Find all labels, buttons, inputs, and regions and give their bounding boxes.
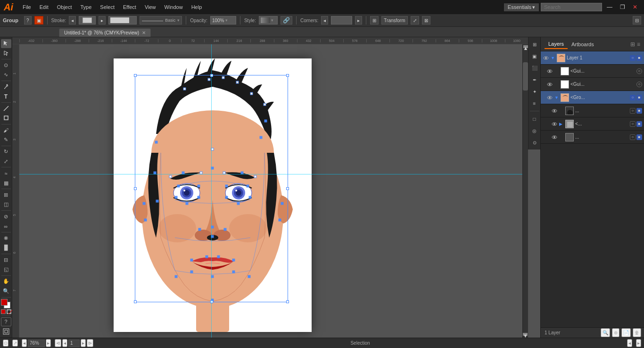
stroke-up[interactable]: ▸ xyxy=(99,16,106,25)
menu-select[interactable]: Select xyxy=(96,3,118,11)
graphic-styles-btn[interactable]: ≡ xyxy=(529,98,540,108)
ssl1-visibility[interactable] xyxy=(551,108,558,114)
page-first-btn[interactable]: ⊲ xyxy=(55,339,61,347)
panel-expand-btn[interactable]: ⊞ xyxy=(630,41,635,48)
ssl3-visibility[interactable] xyxy=(551,134,558,141)
sublayer-gro-lock[interactable]: ■ xyxy=(636,95,642,100)
page-next-btn[interactable]: ▸ xyxy=(81,339,86,347)
sublayer-gro-name[interactable]: <Gro... xyxy=(570,95,628,100)
sublayer-gro-expand[interactable]: ▼ xyxy=(554,95,559,100)
symbol-tool[interactable]: ❋ xyxy=(1,234,11,243)
sublayer-gui1-row[interactable]: <Gui... ○ xyxy=(541,65,644,78)
stroke-style-input[interactable]: Basic ▾ xyxy=(140,16,182,25)
scroll-down-btn[interactable]: ▼ xyxy=(523,333,528,336)
links-panel-btn[interactable]: ⊙ xyxy=(529,137,540,148)
artboards-tab[interactable]: Artboards xyxy=(568,40,598,49)
pen-tool[interactable] xyxy=(1,83,11,91)
transform2-btn[interactable]: ⤢ xyxy=(411,16,419,25)
fill-color-box[interactable] xyxy=(1,309,6,314)
close-button[interactable]: ✕ xyxy=(630,3,640,11)
brushes-btn[interactable]: ✒ xyxy=(529,75,540,85)
vertical-scrollbar[interactable]: ▲ ▼ xyxy=(522,44,528,338)
canvas-area[interactable]: -432 -360 -288 -216 -144 -72 0 72 144 21… xyxy=(12,37,528,338)
direct-selection-tool[interactable] xyxy=(1,49,11,58)
sublayer-gui1-name[interactable]: <Gui... xyxy=(570,68,635,74)
artboard-tool[interactable]: ⊟ xyxy=(1,256,11,265)
menu-window[interactable]: Window xyxy=(161,3,187,11)
artboards-panel-btn[interactable]: ◎ xyxy=(529,125,540,136)
create-layer-btn[interactable]: 📄 xyxy=(621,328,631,337)
ssl1-name[interactable]: ... xyxy=(575,108,628,113)
layer1-options[interactable]: ○ xyxy=(630,55,636,61)
layer1-lock[interactable]: ■ xyxy=(636,55,642,61)
corners-input[interactable] xyxy=(331,16,352,25)
mesh-tool[interactable]: ⊞ xyxy=(1,191,11,199)
eyedropper-tool[interactable]: ⊘ xyxy=(1,212,11,221)
ssl3-lock[interactable]: ■ xyxy=(636,134,642,140)
ctrl-isolate-btn[interactable]: ▣ xyxy=(34,16,43,25)
menu-type[interactable]: Type xyxy=(77,3,96,11)
ctrl-help-btn[interactable]: ? xyxy=(24,16,32,25)
zoom-tool[interactable]: 🔍 xyxy=(1,287,11,296)
scroll-thumb[interactable] xyxy=(523,62,528,91)
ssl2-lock[interactable]: ■ xyxy=(636,121,642,127)
transform-btn[interactable]: Transform xyxy=(381,16,407,25)
sublayer-gro-row[interactable]: ▼ <Gro... ○ ■ xyxy=(541,91,644,104)
canvas-content[interactable] xyxy=(19,44,522,338)
properties-btn[interactable]: ⊞ xyxy=(529,39,540,50)
minimize-button[interactable]: — xyxy=(604,3,615,11)
zoom-prev-btn[interactable]: ◂ xyxy=(22,339,27,347)
scale-tool[interactable]: ⤢ xyxy=(1,157,11,166)
search-input[interactable] xyxy=(541,3,602,11)
menu-object[interactable]: Object xyxy=(53,3,76,11)
page-prev-btn[interactable]: ◂ xyxy=(62,339,67,347)
rectangle-tool[interactable] xyxy=(1,114,11,123)
sublayer-gui2-visibility[interactable] xyxy=(546,81,553,88)
subsubsublayer1-row[interactable]: ... ○ ■ xyxy=(541,104,644,117)
column-graph-tool[interactable]: ▉ xyxy=(1,243,11,252)
scroll-up-btn[interactable]: ▲ xyxy=(523,45,528,48)
lasso-tool[interactable]: ∿ xyxy=(1,70,11,79)
style-input[interactable]: ▾ xyxy=(259,16,278,25)
menu-view[interactable]: View xyxy=(141,3,160,11)
align-btn[interactable]: ⊞ xyxy=(370,16,379,25)
layers-tab[interactable]: Layers xyxy=(545,40,568,49)
corners-up[interactable]: ▸ xyxy=(355,16,362,25)
ssl2-opts[interactable]: ○ xyxy=(630,121,636,127)
panel-menu-btn[interactable]: ≡ xyxy=(637,41,640,48)
zoom-input[interactable]: 76% xyxy=(28,340,45,347)
sublayer-gui2-row[interactable]: <Gui... ○ xyxy=(541,78,644,91)
menu-effect[interactable]: Effect xyxy=(119,3,140,11)
restore-button[interactable]: ❐ xyxy=(617,3,628,11)
document-tab[interactable]: Untitled-1* @ 76% (CMYK/Preview) ✕ xyxy=(59,28,151,37)
swatches-btn[interactable]: ⬛ xyxy=(529,63,540,73)
layer1-name[interactable]: Layer 1 xyxy=(567,55,628,60)
info-btn[interactable]: ⊙ xyxy=(3,340,8,347)
fill-stroke-colors[interactable] xyxy=(1,299,11,308)
sublayer-gui2-name[interactable]: <Gui... xyxy=(570,82,635,87)
navigate-btn[interactable]: ↗ xyxy=(12,340,18,347)
create-sublayer-btn[interactable]: ⊕ xyxy=(612,328,619,337)
magic-wand-tool[interactable]: ⊙ xyxy=(1,61,11,70)
hscroll-left-btn[interactable]: ◂ xyxy=(627,339,632,347)
symbols-btn[interactable]: ✦ xyxy=(529,86,540,97)
delete-layer-btn[interactable]: 🗑 xyxy=(633,328,641,337)
menu-file[interactable]: File xyxy=(19,3,35,11)
rotate-tool[interactable]: ↻ xyxy=(1,147,11,156)
layer1-expand[interactable]: ▼ xyxy=(551,56,555,60)
sublayer-gui1-visibility[interactable] xyxy=(546,68,553,75)
sublayer-gui2-circle[interactable]: ○ xyxy=(636,82,642,87)
sublayer-gui1-circle[interactable]: ○ xyxy=(636,68,642,74)
subsubsublayer3-row[interactable]: ... ○ ■ xyxy=(541,131,644,144)
ssl1-opts[interactable]: ○ xyxy=(630,108,636,114)
graph-tool[interactable]: ▦ xyxy=(1,179,11,188)
hand-tool[interactable]: ✋ xyxy=(1,277,11,286)
corners-down[interactable]: ◂ xyxy=(321,16,328,25)
ssl2-visibility[interactable] xyxy=(551,121,558,127)
ssl2-expand[interactable]: ▶ xyxy=(559,122,564,126)
gradient-tool[interactable]: ◫ xyxy=(1,200,11,209)
panel-toggle-btn[interactable]: ⊟ xyxy=(633,16,641,25)
line-tool[interactable] xyxy=(1,104,11,113)
opacity-input[interactable]: 100% ▾ xyxy=(210,16,236,25)
layers-panel-btn[interactable]: □ xyxy=(529,114,540,124)
